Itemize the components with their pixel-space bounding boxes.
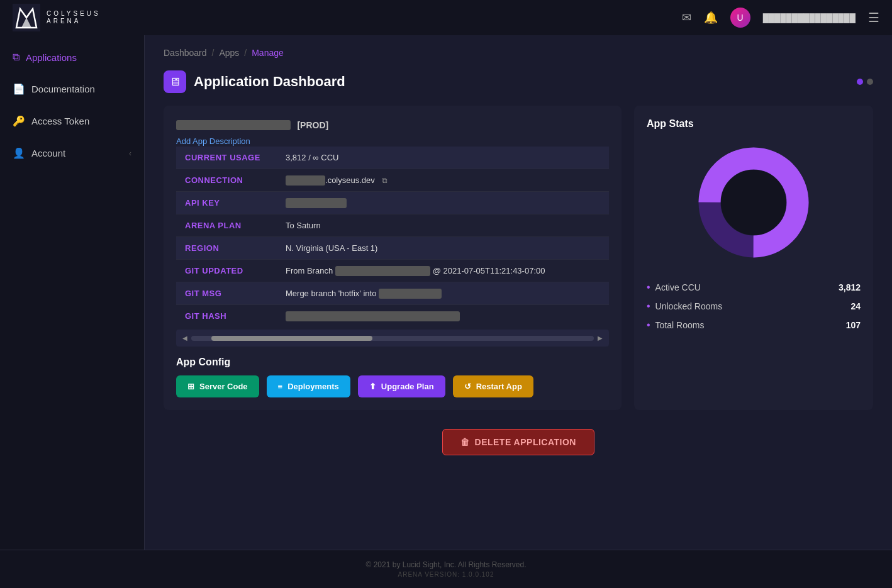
config-buttons: ⊞ Server Code ≡ Deployments ⬆ Upgrade Pl…	[176, 375, 609, 397]
sidebar-item-account[interactable]: 👤 Account ‹	[0, 137, 144, 169]
sidebar-label-account: Account	[31, 148, 65, 158]
logo-icon	[13, 4, 40, 31]
avatar: U	[730, 8, 750, 28]
bell-icon[interactable]: 🔔	[704, 11, 718, 25]
dot-inactive	[867, 79, 873, 85]
dot-active	[857, 79, 863, 85]
restart-app-button[interactable]: ↺ Restart App	[453, 375, 533, 397]
scroll-right-arrow[interactable]: ▶	[598, 335, 603, 341]
dashboard-grid: ███████ ██ ██████ █ [PROD] Add App Descr…	[164, 106, 873, 410]
label-git-updated: GIT UPDATED	[176, 260, 277, 282]
app-panel: ███████ ██ ██████ █ [PROD] Add App Descr…	[164, 106, 622, 410]
value-region: N. Virginia (USA - East 1)	[277, 237, 609, 260]
label-region: REGION	[176, 237, 277, 260]
table-row: CURRENT USAGE 3,812 / ∞ CCU	[176, 147, 609, 169]
value-git-updated: From Branch ██████ ██████████ @ 2021-07-…	[277, 260, 609, 282]
label-git-msg: GIT MSG	[176, 282, 277, 305]
user-name: ████████████████	[763, 13, 856, 23]
table-row: GIT UPDATED From Branch ██████ █████████…	[176, 260, 609, 282]
footer-version: ARENA VERSION: 1.0.0.102	[10, 571, 882, 578]
top-nav: COLYSEUS ARENA ✉ 🔔 U ████████████████ ☰	[0, 0, 892, 35]
breadcrumb-apps[interactable]: Apps	[219, 48, 239, 58]
app-title: ███████ ██ ██████ █ [PROD]	[176, 118, 609, 131]
stat-unlocked-rooms: Unlocked Rooms 24	[647, 297, 861, 316]
value-current-usage: 3,812 / ∞ CCU	[277, 147, 609, 169]
app-title-blurred: ███████ ██ ██████ █	[176, 120, 291, 130]
app-title-prod: [PROD]	[297, 120, 328, 130]
table-row: API KEY ██████████	[176, 192, 609, 214]
stat-active-ccu: Active CCU 3,812	[647, 278, 861, 297]
account-chevron: ‹	[129, 149, 131, 158]
upgrade-icon: ⬆	[369, 382, 376, 391]
donut-chart-wrap	[647, 140, 861, 265]
main-content: Dashboard / Apps / Manage 🖥 Application …	[145, 35, 892, 550]
deployments-button[interactable]: ≡ Deployments	[267, 375, 350, 397]
scroll-thumb	[211, 336, 372, 341]
sidebar-item-documentation[interactable]: 📄 Documentation	[0, 73, 144, 105]
sidebar-item-applications[interactable]: ⧉ Applications	[0, 42, 144, 73]
account-icon: 👤	[13, 147, 25, 159]
main-layout: ⧉ Applications 📄 Documentation 🔑 Access …	[0, 35, 892, 550]
server-code-icon: ⊞	[187, 382, 194, 391]
applications-icon: ⧉	[13, 52, 20, 63]
dot-indicators	[857, 79, 873, 85]
label-arena-plan: ARENA PLAN	[176, 214, 277, 237]
page-header: 🖥 Application Dashboard	[164, 70, 873, 93]
sidebar-label-access-token: Access Token	[31, 116, 89, 126]
label-connection: CONNECTION	[176, 169, 277, 192]
add-description-link[interactable]: Add App Description	[176, 136, 250, 146]
label-current-usage: CURRENT USAGE	[176, 147, 277, 169]
page-title: Application Dashboard	[194, 74, 345, 90]
breadcrumb: Dashboard / Apps / Manage	[164, 48, 873, 58]
delete-application-button[interactable]: 🗑 DELETE APPLICATION	[442, 429, 594, 455]
hamburger-icon[interactable]: ☰	[868, 10, 879, 25]
page-title-icon: 🖥	[164, 70, 186, 93]
table-row: GIT HASH █ ████ █████████████ ██████████…	[176, 305, 609, 328]
sidebar: ⧉ Applications 📄 Documentation 🔑 Access …	[0, 35, 145, 550]
label-git-hash: GIT HASH	[176, 305, 277, 328]
upgrade-plan-button[interactable]: ⬆ Upgrade Plan	[358, 375, 445, 397]
value-api-key: ██████████	[277, 192, 609, 214]
table-row: GIT MSG Merge branch 'hotfix' into █████…	[176, 282, 609, 305]
value-connection: ██████.colyseus.dev ⧉	[277, 169, 609, 192]
stats-list: Active CCU 3,812 Unlocked Rooms 24 Total…	[647, 278, 861, 335]
app-config-title: App Config	[176, 357, 609, 368]
documentation-icon: 📄	[13, 83, 25, 95]
value-git-hash: █ ████ █████████████ ████████████	[277, 305, 609, 328]
breadcrumb-dashboard[interactable]: Dashboard	[164, 48, 207, 58]
nav-right: ✉ 🔔 U ████████████████ ☰	[682, 8, 879, 28]
table-row: ARENA PLAN To Saturn	[176, 214, 609, 237]
sidebar-label-documentation: Documentation	[31, 84, 95, 94]
copy-icon[interactable]: ⧉	[382, 176, 387, 185]
stats-panel: App Stats Active	[634, 106, 873, 410]
mail-icon[interactable]: ✉	[682, 11, 691, 25]
deployments-icon: ≡	[278, 382, 283, 391]
donut-chart	[691, 140, 817, 265]
brand-name: COLYSEUS ARENA	[47, 10, 101, 25]
value-git-msg: Merge branch 'hotfix' into ██████ ████	[277, 282, 609, 305]
logo: COLYSEUS ARENA	[13, 4, 101, 31]
restart-icon: ↺	[464, 382, 471, 391]
sidebar-label-applications: Applications	[26, 52, 77, 63]
access-token-icon: 🔑	[13, 115, 25, 127]
stats-title: App Stats	[647, 118, 861, 130]
delete-icon: 🗑	[460, 437, 470, 447]
server-code-button[interactable]: ⊞ Server Code	[176, 375, 259, 397]
breadcrumb-manage: Manage	[252, 48, 284, 58]
label-api-key: API KEY	[176, 192, 277, 214]
footer: © 2021 by Lucid Sight, Inc. All Rights R…	[0, 550, 892, 588]
horizontal-scrollbar[interactable]: ◀ ▶	[176, 330, 609, 347]
delete-wrap: 🗑 DELETE APPLICATION	[164, 429, 873, 455]
sidebar-item-access-token[interactable]: 🔑 Access Token	[0, 105, 144, 137]
stat-total-rooms: Total Rooms 107	[647, 316, 861, 335]
scroll-left-arrow[interactable]: ◀	[182, 335, 187, 341]
table-row: CONNECTION ██████.colyseus.dev ⧉	[176, 169, 609, 192]
footer-copyright: © 2021 by Lucid Sight, Inc. All Rights R…	[10, 560, 882, 569]
value-arena-plan: To Saturn	[277, 214, 609, 237]
info-table: CURRENT USAGE 3,812 / ∞ CCU CONNECTION █…	[176, 147, 609, 327]
svg-point-5	[721, 170, 786, 235]
table-row: REGION N. Virginia (USA - East 1)	[176, 237, 609, 260]
